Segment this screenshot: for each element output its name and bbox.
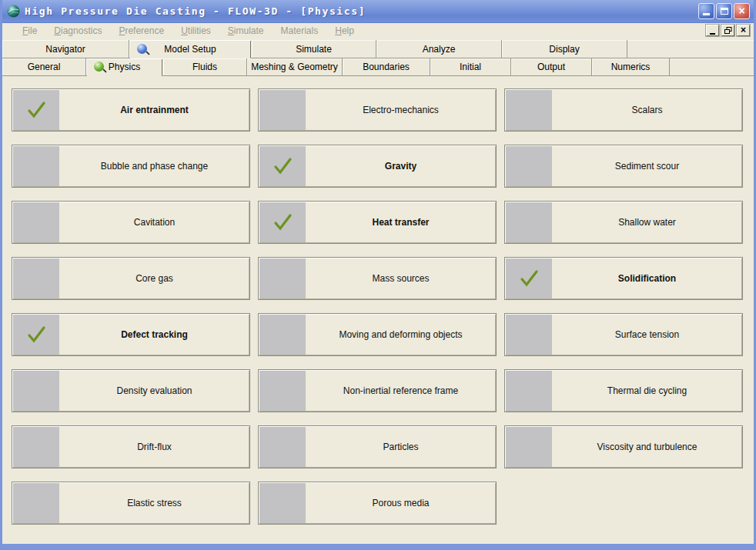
tab-label: Analyze (423, 44, 456, 55)
blue-ball-magnifier-icon (137, 44, 147, 54)
tab-label: Model Setup (164, 44, 216, 55)
tab-analyze[interactable]: Analyze (376, 40, 502, 58)
tab-boundaries[interactable]: Boundaries (343, 58, 430, 75)
model-label: Scalars (552, 89, 742, 131)
physics-model-core-gas[interactable]: Core gas (12, 257, 250, 300)
model-check-area (13, 90, 59, 130)
tab-label: Fluids (192, 62, 217, 72)
model-label: Elastic stress (59, 482, 249, 524)
tab-simulate[interactable]: Simulate (252, 40, 376, 58)
maximize-button[interactable] (716, 3, 732, 19)
tab-initial[interactable]: Initial (430, 58, 511, 75)
physics-model-surface-tension[interactable]: Surface tension (504, 313, 743, 356)
menu-item-materials[interactable]: Materials (273, 24, 327, 38)
menu-item-simulate[interactable]: Simulate (219, 24, 273, 38)
mdi-close-button[interactable]: × (737, 25, 750, 36)
menu-item-diagnostics[interactable]: Diagnostics (45, 24, 110, 38)
physics-model-heat-transfer[interactable]: Heat transfer (258, 201, 497, 244)
physics-model-drift-flux[interactable]: Drift-flux (12, 425, 250, 468)
close-button[interactable]: × (734, 3, 750, 19)
tab-label: Meshing & Geometry (251, 62, 338, 72)
model-check-area (259, 146, 306, 186)
physics-model-grid: Air entrainmentBubble and phase changeCa… (12, 88, 743, 525)
model-check-area (506, 202, 552, 242)
tab-model-setup[interactable]: Model Setup (129, 40, 252, 58)
tab-output[interactable]: Output (511, 58, 592, 75)
close-icon: × (738, 5, 744, 16)
mdi-close-icon: × (741, 25, 746, 35)
tab-label: General (28, 62, 61, 72)
mdi-restore-icon (724, 27, 732, 34)
physics-model-air-entrainment[interactable]: Air entrainment (12, 88, 250, 132)
model-label: Sediment scour (552, 145, 742, 187)
tab-label: Navigator (45, 44, 85, 55)
title-bar: High Pressure Die Casting - FLOW-3D - [P… (2, 0, 754, 22)
model-check-area (13, 315, 59, 355)
model-check-area (13, 483, 59, 523)
flow3d-globe-icon (7, 5, 20, 18)
physics-model-viscosity-and-turbulence[interactable]: Viscosity and turbulence (504, 425, 743, 468)
model-check-area (13, 258, 59, 298)
physics-panel: Air entrainmentBubble and phase changeCa… (2, 76, 754, 525)
model-check-area (13, 427, 59, 467)
tab-label: Simulate (296, 44, 332, 55)
mdi-restore-button[interactable] (721, 25, 734, 36)
physics-model-bubble-and-phase-change[interactable]: Bubble and phase change (12, 145, 250, 188)
tab-bar-filler (627, 40, 754, 58)
physics-model-density-evaluation[interactable]: Density evaluation (12, 369, 250, 412)
physics-model-solidification[interactable]: Solidification (504, 257, 743, 300)
model-check-area (259, 258, 306, 298)
model-label: Shallow water (552, 202, 742, 243)
physics-model-moving-and-deforming-objects[interactable]: Moving and deforming objects (258, 313, 497, 356)
application-window: High Pressure Die Casting - FLOW-3D - [P… (0, 0, 756, 550)
physics-model-porous-media[interactable]: Porous media (258, 482, 497, 525)
tab-physics[interactable]: Physics (86, 58, 163, 75)
physics-model-sediment-scour[interactable]: Sediment scour (504, 145, 743, 188)
model-label: Thermal die cycling (552, 370, 742, 412)
model-check-area (506, 258, 552, 298)
physics-model-defect-tracking[interactable]: Defect tracking (12, 313, 250, 356)
physics-model-thermal-die-cycling[interactable]: Thermal die cycling (504, 369, 743, 412)
physics-model-non-inertial-reference-frame[interactable]: Non-inertial reference frame (258, 369, 497, 412)
tab-general[interactable]: General (2, 58, 86, 75)
checkmark-icon (25, 100, 47, 120)
model-check-area (506, 427, 552, 467)
tab-display[interactable]: Display (502, 40, 627, 58)
physics-model-particles[interactable]: Particles (258, 425, 497, 468)
tab-numerics[interactable]: Numerics (592, 58, 670, 75)
tab-navigator[interactable]: Navigator (2, 40, 129, 58)
maximize-icon (721, 8, 728, 15)
model-check-area (506, 146, 552, 186)
model-label: Solidification (552, 258, 742, 299)
window-title: High Pressure Die Casting - FLOW-3D - [P… (25, 5, 694, 17)
mdi-window-controls: × (706, 25, 750, 36)
physics-model-elastic-stress[interactable]: Elastic stress (12, 482, 250, 525)
model-label: Air entrainment (59, 89, 249, 131)
tab-label: Boundaries (363, 62, 410, 72)
physics-model-mass-sources[interactable]: Mass sources (258, 257, 497, 300)
physics-model-cavitation[interactable]: Cavitation (12, 201, 250, 244)
tab-fluids[interactable]: Fluids (163, 58, 247, 75)
menu-item-preference[interactable]: Preference (110, 24, 172, 38)
model-label: Non-inertial reference frame (306, 370, 496, 412)
physics-model-gravity[interactable]: Gravity (258, 145, 497, 188)
checkmark-icon (518, 268, 540, 288)
model-label: Mass sources (306, 258, 496, 299)
physics-model-shallow-water[interactable]: Shallow water (504, 201, 743, 244)
menu-item-file[interactable]: File (14, 24, 45, 38)
checkmark-icon (272, 212, 293, 232)
model-label: Defect tracking (59, 314, 249, 355)
tab-meshing-geometry[interactable]: Meshing & Geometry (247, 58, 343, 75)
mdi-minimize-icon (710, 33, 715, 35)
model-check-area (13, 371, 59, 411)
mdi-minimize-button[interactable] (706, 25, 719, 36)
menu-item-help[interactable]: Help (326, 24, 363, 38)
model-check-area (259, 315, 306, 355)
physics-model-scalars[interactable]: Scalars (504, 88, 743, 132)
physics-model-electro-mechanics[interactable]: Electro-mechanics (258, 88, 497, 132)
model-check-area (259, 371, 306, 411)
menu-item-utilities[interactable]: Utilities (172, 24, 219, 38)
minimize-button[interactable] (698, 3, 714, 19)
model-label: Core gas (59, 258, 249, 299)
tab-label: Display (549, 44, 579, 55)
